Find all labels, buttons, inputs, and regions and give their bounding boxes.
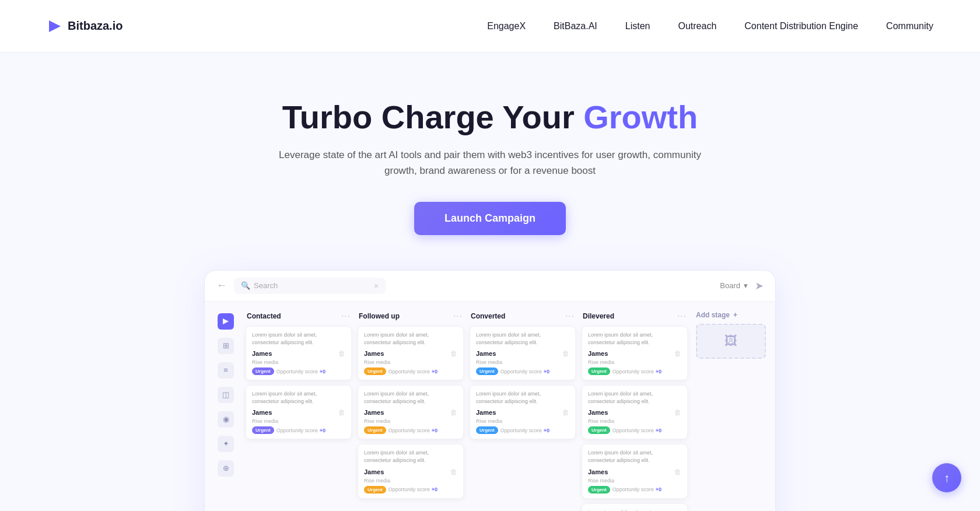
kanban-card[interactable]: Lorem ipsum dolor sit amet, consectetur … <box>582 503 688 511</box>
col-dots-converted[interactable]: ··· <box>565 311 575 321</box>
dashboard-topbar: ← 🔍 Search × Board ▾ ➤ <box>205 271 775 302</box>
scroll-to-top-button[interactable]: ↑ <box>932 463 961 492</box>
hero-section: Turbo Charge Your Growth Leverage state … <box>0 52 980 235</box>
sort-label: Board <box>720 281 740 290</box>
sidebar-icon-7[interactable]: ⊕ <box>218 460 234 477</box>
kanban-col-followed-up: Followed up ··· Lorem ipsum dolor sit am… <box>358 311 464 511</box>
launch-campaign-button[interactable]: Launch Campaign <box>414 202 566 235</box>
add-stage-button[interactable]: Add stage + <box>696 311 766 319</box>
svg-marker-1 <box>223 318 229 324</box>
card-name: James <box>252 409 272 416</box>
card-name: James <box>364 409 384 416</box>
card-delete-icon[interactable]: 🗑 <box>338 349 345 358</box>
sidebar-icon-5[interactable]: ◉ <box>218 411 234 428</box>
search-icon: 🔍 <box>241 281 250 290</box>
kanban-card[interactable]: Lorem ipsum dolor sit amet, consectetur … <box>582 326 688 380</box>
kanban-card[interactable]: Lorem ipsum dolor sit amet, consectetur … <box>470 385 576 439</box>
card-tag: Urgent <box>476 426 498 434</box>
card-name: James <box>588 350 608 357</box>
kanban-col-converted: Converted ··· Lorem ipsum dolor sit amet… <box>470 311 576 511</box>
nav-item-engagex[interactable]: EngageX <box>487 21 526 32</box>
logo[interactable]: Bitbaza.io <box>47 18 123 34</box>
col-title-delivered: Dilevered <box>583 312 614 320</box>
card-text: Lorem ipsum dolor sit amet, consectetur … <box>252 331 345 346</box>
card-text: Lorem ipsum dolor sit amet, consectetur … <box>588 390 681 405</box>
kanban-card[interactable]: Lorem ipsum dolor sit amet, consectetur … <box>246 385 352 439</box>
dashboard-card: ← 🔍 Search × Board ▾ ➤ ⊞ ≡ ◫ <box>204 270 776 511</box>
nav-item-listen[interactable]: Listen <box>625 21 650 32</box>
card-score: Opportunity score +0 <box>388 487 438 492</box>
send-icon[interactable]: ➤ <box>755 279 764 292</box>
add-stage-inner-icon: 🖼 <box>724 334 737 349</box>
kanban-card[interactable]: Lorem ipsum dolor sit amet, consectetur … <box>246 326 352 380</box>
search-placeholder: Search <box>254 281 278 290</box>
kanban-area: ⊞ ≡ ◫ ◉ ✦ ⊕ Contacted ··· Lorem ipsum do… <box>205 302 775 511</box>
card-score: Opportunity score +0 <box>501 428 550 433</box>
sort-control[interactable]: Board ▾ <box>720 281 748 290</box>
card-delete-icon[interactable]: 🗑 <box>338 408 345 416</box>
kanban-col-contacted: Contacted ··· Lorem ipsum dolor sit amet… <box>246 311 352 511</box>
nav-item-community[interactable]: Community <box>886 21 933 32</box>
card-delete-icon[interactable]: 🗑 <box>674 408 681 416</box>
add-stage-column: Add stage + 🖼 <box>696 311 766 511</box>
sidebar-icon-6[interactable]: ✦ <box>218 436 234 452</box>
add-stage-drop-zone: 🖼 <box>696 324 766 359</box>
kanban-card[interactable]: Lorem ipsum dolor sit amet, consectetur … <box>582 444 688 498</box>
card-sub: Rise media <box>476 359 569 365</box>
card-tag: Urgent <box>476 368 498 375</box>
chevron-up-icon: ↑ <box>944 471 950 485</box>
add-stage-label: Add stage <box>696 311 730 319</box>
kanban-card[interactable]: Lorem ipsum dolor sit amet, consectetur … <box>470 326 576 380</box>
card-tag: Urgent <box>364 486 386 494</box>
kanban-card[interactable]: Lorem ipsum dolor sit amet, consectetur … <box>582 385 688 439</box>
card-delete-icon[interactable]: 🗑 <box>562 408 569 416</box>
sidebar-icon-4[interactable]: ◫ <box>218 387 234 403</box>
card-delete-icon[interactable]: 🗑 <box>674 468 681 476</box>
search-close-icon[interactable]: × <box>374 281 379 290</box>
sidebar-icon-logo[interactable] <box>218 313 234 330</box>
card-name: James <box>588 468 608 475</box>
card-score: Opportunity score +0 <box>388 428 438 433</box>
card-text: Lorem ipsum dolor sit amet, consectetur … <box>588 509 681 511</box>
card-tag: Urgent <box>588 486 610 494</box>
kanban-card[interactable]: Lorem ipsum dolor sit amet, consectetur … <box>358 385 464 439</box>
col-title-contacted: Contacted <box>247 312 281 320</box>
chevron-down-icon: ▾ <box>744 281 748 290</box>
card-delete-icon[interactable]: 🗑 <box>450 468 457 476</box>
card-score: Opportunity score +0 <box>612 487 662 492</box>
card-delete-icon[interactable]: 🗑 <box>450 349 457 358</box>
card-sub: Rise media <box>588 359 681 365</box>
search-bar[interactable]: 🔍 Search × <box>234 278 386 294</box>
kanban-card[interactable]: Lorem ipsum dolor sit amet, consectetur … <box>358 326 464 380</box>
kanban-card[interactable]: Lorem ipsum dolor sit amet, consectetur … <box>358 444 464 498</box>
header: Bitbaza.io EngageX BitBaza.AI Listen Out… <box>0 0 980 52</box>
card-tag: Urgent <box>252 426 274 434</box>
card-delete-icon[interactable]: 🗑 <box>674 349 681 358</box>
sidebar-icon-2[interactable]: ⊞ <box>218 338 234 354</box>
back-button[interactable]: ← <box>216 279 227 292</box>
col-dots-followed-up[interactable]: ··· <box>453 311 463 321</box>
card-name: James <box>476 350 496 357</box>
add-stage-plus-icon: + <box>733 311 737 319</box>
hero-title: Turbo Charge Your Growth <box>282 99 698 135</box>
card-score: Opportunity score +0 <box>612 428 662 433</box>
hero-title-part1: Turbo Charge Your <box>282 99 583 135</box>
card-delete-icon[interactable]: 🗑 <box>450 408 457 416</box>
card-tag: Urgent <box>588 426 610 434</box>
card-text: Lorem ipsum dolor sit amet, consectetur … <box>476 390 569 405</box>
logo-icon <box>47 18 63 34</box>
card-text: Lorem ipsum dolor sit amet, consectetur … <box>364 390 457 405</box>
nav-item-outreach[interactable]: Outreach <box>678 21 717 32</box>
sidebar-icon-3[interactable]: ≡ <box>218 362 234 379</box>
card-name: James <box>476 409 496 416</box>
card-name: James <box>252 350 272 357</box>
card-tag: Urgent <box>364 368 386 375</box>
nav-item-content-distribution[interactable]: Content Distribution Engine <box>744 21 858 32</box>
card-delete-icon[interactable]: 🗑 <box>562 349 569 358</box>
svg-marker-0 <box>49 20 61 32</box>
nav-item-bitbaza-ai[interactable]: BitBaza.AI <box>554 21 597 32</box>
col-dots-contacted[interactable]: ··· <box>341 311 351 321</box>
col-dots-delivered[interactable]: ··· <box>677 311 687 321</box>
main-nav: EngageX BitBaza.AI Listen Outreach Conte… <box>487 21 933 32</box>
card-tag: Urgent <box>364 426 386 434</box>
